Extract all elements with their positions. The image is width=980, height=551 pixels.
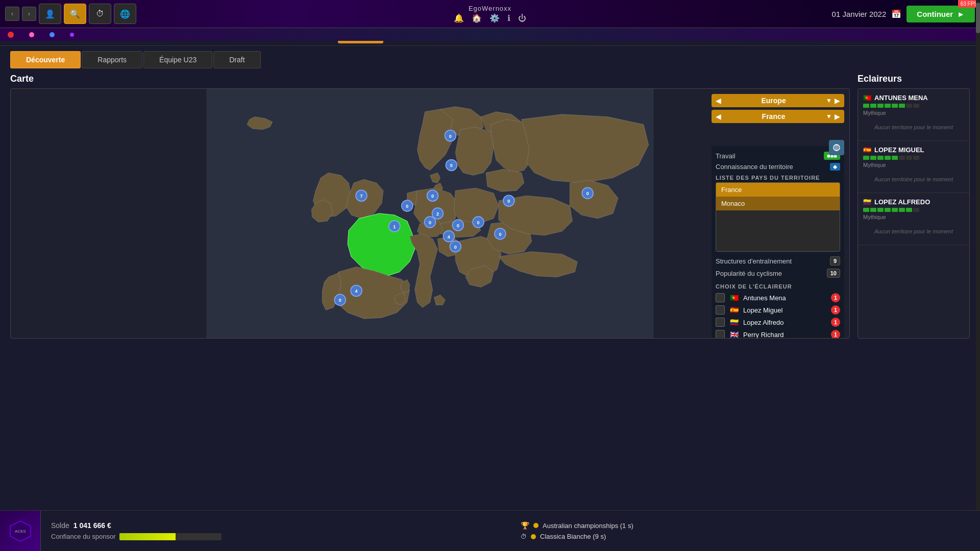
territory-item-france[interactable]: France	[716, 183, 840, 197]
region-next-btn[interactable]: ▶	[835, 97, 840, 105]
region-prev-btn[interactable]: ◀	[716, 97, 721, 105]
sponsor-row: Confiance du sponsor	[51, 533, 500, 540]
star-3	[877, 156, 884, 160]
race-icon: ⏱	[521, 533, 527, 540]
flag-portugal: 🇵🇹	[729, 294, 739, 301]
star-5	[892, 208, 898, 212]
map-title: Carte	[10, 74, 850, 84]
trophy-icon: 🏆	[521, 521, 529, 530]
roster-icon-btn[interactable]: 👤	[39, 4, 61, 24]
map-toggle-icon[interactable]	[829, 140, 844, 155]
sub-tabs: Découverte Rapports Équipe U23 Draft	[0, 46, 980, 74]
svg-text:0: 0	[339, 298, 341, 303]
scout-territory-alfredo: Aucun territoire pour le moment	[863, 223, 964, 239]
scouts-panel-title: Eclaireurs	[857, 74, 970, 84]
country-next-btn[interactable]: ▶	[835, 112, 840, 121]
star-8	[913, 156, 919, 160]
event-label-1: Australian championships (1 s)	[543, 522, 633, 530]
connaissance-badge: ◆	[830, 163, 840, 171]
continue-button[interactable]: Continuer ►	[906, 6, 975, 22]
sub-tab-decouverte[interactable]: Découverte	[10, 51, 81, 68]
popularite-label: Popularité du cyclisme	[716, 270, 782, 277]
scout-card-miguel[interactable]: 🇪🇸 LOPEZ MIGUEL Mythique Aucun territoir…	[858, 141, 969, 193]
country-prev-btn[interactable]: ◀	[716, 112, 721, 121]
svg-text:1: 1	[393, 224, 396, 229]
sub-tab-equipe-u23[interactable]: Équipe U23	[143, 51, 212, 68]
top-icons: 🔔 🏠 ⚙️ ℹ ⏻	[454, 13, 526, 23]
territory-list: France Monaco	[716, 182, 840, 252]
bottom-info: Solde 1 041 666 € Confiance du sponsor	[41, 521, 510, 540]
star-4	[885, 208, 891, 212]
time-icon-btn[interactable]: ⏱	[89, 4, 111, 24]
svg-text:0: 0	[457, 223, 459, 228]
deco-dot-1	[8, 32, 14, 38]
star-8	[913, 104, 919, 108]
scout-stars-alfredo	[863, 208, 964, 212]
region-selector[interactable]: ◀ Europe ▼ ▶	[712, 94, 844, 107]
calendar-icon[interactable]: 📅	[891, 9, 901, 19]
svg-text:4: 4	[448, 234, 450, 239]
nav-back-button[interactable]: ‹	[5, 7, 19, 21]
scout-count-alfredo: 1	[831, 318, 840, 327]
bottom-bar: ACES Solde 1 041 666 € Confiance du spon…	[0, 510, 980, 551]
scout-rank-antunes: Mythique	[863, 110, 964, 116]
star-4	[885, 156, 891, 160]
star-8	[913, 208, 919, 212]
star-3	[877, 208, 884, 212]
top-center: EgoWernoxx 🔔 🏠 ⚙️ ℹ ⏻	[454, 5, 526, 23]
flag-uk: 🇬🇧	[729, 331, 739, 338]
star-5	[892, 104, 898, 108]
home-icon[interactable]: 🏠	[472, 13, 482, 23]
scout-rank-miguel: Mythique	[863, 162, 964, 168]
svg-text:7: 7	[360, 194, 363, 199]
svg-text:2: 2	[436, 211, 439, 217]
region-chevron-down-icon: ▼	[826, 97, 832, 104]
info-icon[interactable]: ℹ	[507, 13, 510, 23]
region-label: Europe	[724, 97, 823, 105]
connaissance-label: Connaissance du territoire	[716, 163, 793, 171]
bell-icon[interactable]: 🔔	[454, 13, 464, 23]
star-2	[870, 104, 876, 108]
map-section: Carte	[10, 74, 850, 479]
scout-checkbox-antunes[interactable]	[716, 293, 725, 302]
map-container: 1 0 0 7 2 0	[10, 88, 850, 339]
scout-name-display-antunes: 🇵🇹 ANTUNES MENA	[863, 94, 964, 102]
main-content: Carte	[0, 74, 980, 479]
settings-icon[interactable]: ⚙️	[489, 13, 500, 23]
travail-row: Travail ■■■	[716, 150, 840, 161]
sub-tab-draft[interactable]: Draft	[213, 51, 260, 68]
deco-dot-2	[29, 32, 34, 37]
globe-icon-btn[interactable]: 🌐	[114, 4, 136, 24]
scout-checkbox-miguel[interactable]	[716, 305, 725, 315]
scout-flag-alfredo: 🇨🇴	[863, 198, 871, 206]
svg-text:0: 0	[586, 191, 589, 196]
country-selector[interactable]: ◀ France ▼ ▶	[712, 110, 844, 123]
scout-territory-miguel: Aucun territoire pour le moment	[863, 171, 964, 187]
scout-checkbox-alfredo[interactable]	[716, 318, 725, 327]
nav-forward-button[interactable]: ›	[22, 7, 36, 21]
sub-tab-rapports[interactable]: Rapports	[82, 51, 142, 68]
scouts-list: 🇵🇹 ANTUNES MENA Mythique Aucun territoir…	[857, 88, 970, 339]
scout-name-antunes: Antunes Mena	[743, 294, 786, 302]
scout-card-alfredo[interactable]: 🇨🇴 LOPEZ ALFREDO Mythique Aucun territoi…	[858, 193, 969, 245]
territory-list-title: LISTE DES PAYS DU TERRITOIRE	[716, 175, 840, 181]
scout-choice-miguel: 🇪🇸 Lopez Miguel 1	[716, 304, 840, 316]
top-bar-left: ‹ › 👤 🔍 ⏱ 🌐	[5, 4, 136, 24]
map-info-panel: Travail ■■■ Connaissance du territoire ◆…	[712, 146, 844, 339]
date-display: 01 Janvier 2022	[832, 10, 887, 18]
country-chevron-down-icon: ▼	[826, 113, 832, 120]
scout-count-perry: 1	[831, 330, 840, 339]
event-label-2: Classica Bianche (9 s)	[540, 533, 606, 540]
scout-checkbox-perry[interactable]	[716, 330, 725, 339]
territory-item-monaco[interactable]: Monaco	[716, 197, 840, 210]
power-icon[interactable]: ⏻	[518, 14, 526, 23]
flag-spain: 🇪🇸	[729, 306, 739, 314]
team-logo: ACES	[0, 511, 41, 552]
deco-bar	[0, 28, 980, 41]
travail-label: Travail	[716, 152, 736, 160]
popularite-row: Popularité du cyclisme 10	[716, 267, 840, 279]
star-1	[863, 104, 869, 108]
detection-icon-btn[interactable]: 🔍	[64, 4, 86, 24]
star-2	[870, 208, 876, 212]
scout-card-antunes[interactable]: 🇵🇹 ANTUNES MENA Mythique Aucun territoir…	[858, 89, 969, 141]
